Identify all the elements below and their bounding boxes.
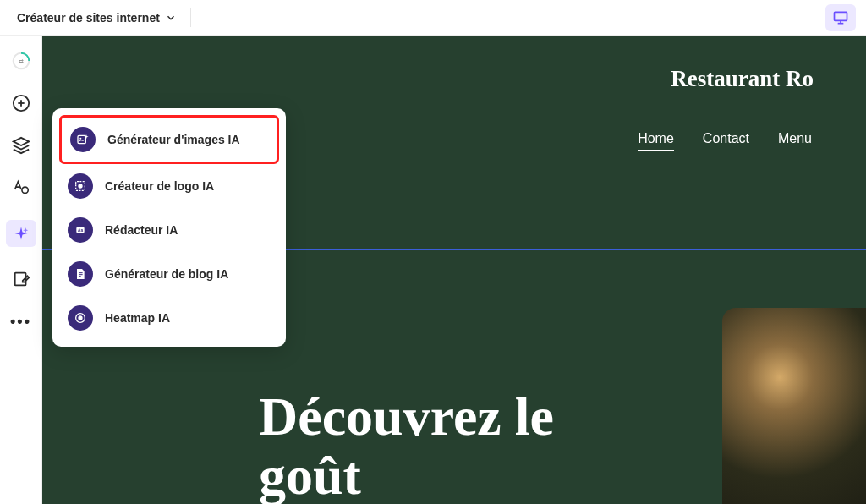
edit-button[interactable] bbox=[11, 269, 31, 289]
menu-item-logo-creator[interactable]: Créateur de logo IA bbox=[59, 164, 279, 208]
svg-point-13 bbox=[79, 138, 81, 140]
hero-heading: Découvrez le goût bbox=[259, 387, 554, 504]
add-button[interactable] bbox=[11, 93, 31, 113]
blog-generator-icon bbox=[68, 261, 93, 287]
svg-text:Aa: Aa bbox=[78, 228, 83, 233]
menu-item-label: Générateur d'images IA bbox=[107, 133, 240, 146]
plus-circle-icon bbox=[12, 94, 30, 112]
heatmap-icon bbox=[68, 305, 93, 331]
ai-tools-flyout: Générateur d'images IA Créateur de logo … bbox=[52, 108, 286, 347]
menu-item-writer[interactable]: Aa Rédacteur IA bbox=[59, 208, 279, 252]
menu-item-label: Rédacteur IA bbox=[105, 223, 178, 237]
layers-button[interactable] bbox=[11, 135, 31, 156]
breadcrumb-label: Créateur de sites internet bbox=[17, 11, 160, 25]
image-generator-icon bbox=[70, 127, 96, 152]
hero-line-2: goût bbox=[259, 446, 361, 504]
hero-line-1: Découvrez le bbox=[259, 386, 554, 446]
site-title: Restaurant Ro bbox=[42, 66, 814, 92]
top-bar: Créateur de sites internet bbox=[0, 0, 866, 36]
top-bar-left: Créateur de sites internet bbox=[10, 8, 191, 28]
menu-item-label: Créateur de logo IA bbox=[105, 179, 214, 193]
menu-item-heatmap[interactable]: Heatmap IA bbox=[59, 296, 279, 340]
edit-note-icon bbox=[12, 270, 30, 288]
hero-image bbox=[722, 308, 866, 504]
desktop-icon bbox=[832, 9, 849, 26]
nav-link-home[interactable]: Home bbox=[638, 131, 674, 151]
menu-item-blog-generator[interactable]: Générateur de blog IA bbox=[59, 252, 279, 296]
menu-item-label: Générateur de blog IA bbox=[105, 267, 228, 281]
more-dots-icon: ••• bbox=[10, 313, 31, 331]
svg-point-22 bbox=[79, 316, 82, 320]
svg-point-10 bbox=[21, 187, 27, 193]
desktop-preview-button[interactable] bbox=[825, 4, 856, 31]
more-button[interactable]: ••• bbox=[11, 311, 31, 331]
menu-item-label: Heatmap IA bbox=[105, 311, 170, 325]
layers-icon bbox=[12, 136, 30, 155]
svg-text:⇄: ⇄ bbox=[19, 58, 24, 64]
ai-tools-button[interactable] bbox=[6, 220, 36, 247]
progress-indicator[interactable]: ⇄ bbox=[11, 51, 31, 71]
left-sidebar: ⇄ ••• bbox=[0, 36, 42, 504]
menu-item-image-generator[interactable]: Générateur d'images IA bbox=[59, 115, 279, 164]
progress-ring-icon: ⇄ bbox=[11, 50, 31, 72]
nav-link-menu[interactable]: Menu bbox=[778, 131, 812, 151]
text-style-icon bbox=[12, 178, 30, 197]
styles-button[interactable] bbox=[11, 178, 31, 198]
svg-marker-9 bbox=[13, 138, 28, 145]
logo-creator-icon bbox=[68, 173, 93, 199]
svg-rect-0 bbox=[835, 12, 847, 20]
nav-link-contact[interactable]: Contact bbox=[703, 131, 749, 151]
svg-point-15 bbox=[79, 184, 82, 188]
chevron-down-icon bbox=[165, 12, 177, 24]
sparkle-icon bbox=[14, 226, 29, 241]
breadcrumb-dropdown[interactable]: Créateur de sites internet bbox=[10, 8, 184, 28]
writer-icon: Aa bbox=[68, 217, 93, 243]
top-divider bbox=[190, 8, 191, 27]
